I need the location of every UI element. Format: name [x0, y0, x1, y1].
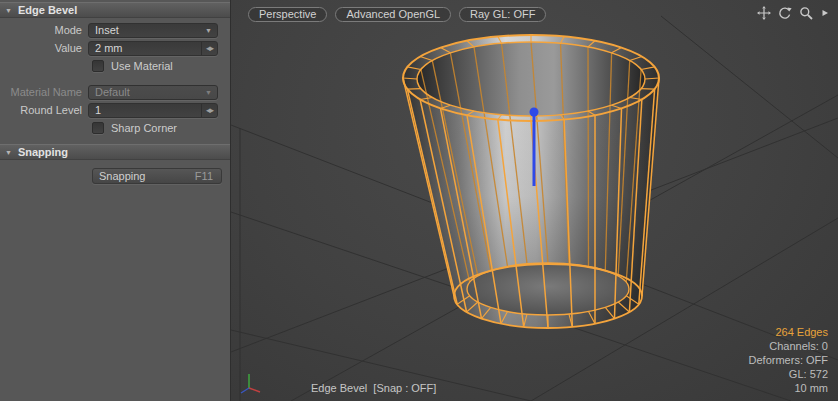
snapping-shortcut: F11: [195, 170, 213, 182]
use-material-row: Use Material: [92, 58, 230, 74]
snapping-button-label: Snapping: [99, 170, 146, 182]
scene-canvas: [231, 0, 838, 401]
axis-gizmo: [238, 369, 264, 397]
use-material-checkbox[interactable]: [92, 60, 104, 72]
tool-properties-panel: ▼ Edge Bevel Mode Inset ▼ Value 2 mm ◂▸ …: [0, 0, 231, 401]
snapping-button[interactable]: Snapping F11: [92, 168, 222, 184]
gl-count: GL: 572: [749, 367, 828, 381]
round-level-stepper-icon[interactable]: ◂▸: [201, 104, 217, 117]
value-row: Value 2 mm ◂▸: [0, 40, 224, 56]
section-title-edge-bevel: Edge Bevel: [18, 4, 77, 16]
tool-status-text: Edge Bevel [Snap : OFF]: [311, 382, 436, 394]
mode-label: Mode: [0, 24, 88, 36]
section-header-snapping[interactable]: ▼ Snapping: [0, 144, 230, 160]
renderer-button[interactable]: Advanced OpenGL: [335, 7, 451, 22]
axis-z-blue: [241, 388, 249, 393]
value-text: 2 mm: [95, 42, 123, 54]
chevron-down-icon: ▼: [205, 27, 212, 34]
sharp-corner-checkbox[interactable]: [92, 122, 104, 134]
sharp-corner-row: Sharp Corner: [92, 120, 230, 136]
flyout-arrow-icon[interactable]: [820, 6, 830, 20]
viewport-3d[interactable]: Perspective Advanced OpenGL Ray GL: OFF: [231, 0, 838, 401]
mode-value: Inset: [95, 24, 119, 36]
round-level-row: Round Level 1 ◂▸: [0, 102, 224, 118]
zoom-icon[interactable]: [799, 6, 813, 20]
section-title-snapping: Snapping: [18, 146, 68, 158]
material-name-value: Default: [95, 86, 130, 98]
chevron-down-icon: ▼: [205, 89, 212, 96]
round-level-text: 1: [95, 104, 101, 116]
use-material-label: Use Material: [111, 60, 173, 72]
material-name-dropdown[interactable]: Default ▼: [88, 85, 218, 100]
value-input[interactable]: 2 mm ◂▸: [88, 41, 218, 56]
mode-dropdown[interactable]: Inset ▼: [88, 23, 218, 38]
modo-window: ▼ Edge Bevel Mode Inset ▼ Value 2 mm ◂▸ …: [0, 0, 838, 401]
grid-scale: 10 mm: [749, 381, 828, 395]
orbit-icon[interactable]: [778, 6, 792, 20]
viewport-toolbar: Perspective Advanced OpenGL Ray GL: OFF: [248, 7, 546, 22]
deformers-status: Deformers: OFF: [749, 353, 828, 367]
collapse-triangle-icon: ▼: [5, 7, 12, 14]
axis-x-red: [249, 388, 260, 392]
material-name-row: Material Name Default ▼: [0, 84, 224, 100]
pan-icon[interactable]: [757, 6, 771, 20]
perspective-button[interactable]: Perspective: [248, 7, 327, 22]
value-stepper-icon[interactable]: ◂▸: [201, 42, 217, 55]
viewport-stats: 264 Edges Channels: 0 Deformers: OFF GL:…: [749, 325, 828, 395]
value-label: Value: [0, 42, 88, 54]
round-level-label: Round Level: [0, 104, 88, 116]
sharp-corner-label: Sharp Corner: [111, 122, 177, 134]
section-header-edge-bevel[interactable]: ▼ Edge Bevel: [0, 2, 230, 18]
round-level-input[interactable]: 1 ◂▸: [88, 103, 218, 118]
material-name-label: Material Name: [0, 86, 88, 98]
edge-count: 264 Edges: [749, 325, 828, 339]
collapse-triangle-icon: ▼: [5, 149, 12, 156]
channels-count: Channels: 0: [749, 339, 828, 353]
raygl-button[interactable]: Ray GL: OFF: [459, 7, 546, 22]
mode-row: Mode Inset ▼: [0, 22, 224, 38]
viewport-nav-icons: [757, 6, 830, 20]
